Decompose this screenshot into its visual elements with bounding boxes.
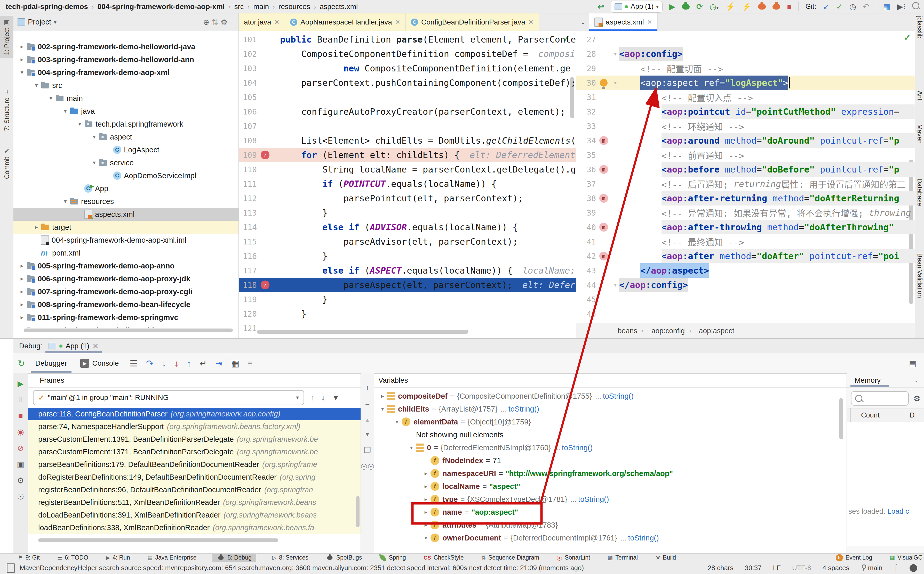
tree-expand-icon[interactable]: ▾ (32, 82, 41, 89)
tree-expand-icon[interactable]: ▾ (378, 406, 387, 412)
advice-marker-icon[interactable]: m (599, 165, 608, 174)
memory-load-classes-link[interactable]: Load c (888, 507, 909, 515)
sidebar-item-maven[interactable]: Maven (915, 124, 924, 144)
toolwindow-button-checkstyle[interactable]: CSCheckStyle (422, 554, 465, 561)
variable-row[interactable]: ▸fnamespaceURI="http://www.springframewo… (374, 467, 846, 480)
stack-frame[interactable]: doLoadBeanDefinitions:391, XmlBeanDefini… (28, 509, 361, 521)
next-frame-icon[interactable]: ↓ (321, 393, 325, 402)
status-caret-position[interactable]: 30:37 (745, 564, 762, 572)
toolwindow-button-visualgc[interactable]: ▦VisualGC (888, 554, 924, 561)
tree-item[interactable]: mpom.xml (13, 246, 239, 259)
status-encoding[interactable]: UTF-8 (792, 564, 811, 572)
status-line-ending[interactable]: LF (773, 564, 781, 572)
code-line-40[interactable]: 40m <aop:after-throwing method="doAfterT… (576, 220, 915, 234)
stack-frame[interactable]: registerBeanDefinitions:96, DefaultBeanD… (28, 484, 361, 496)
gear-icon[interactable]: ⚙ (17, 476, 24, 485)
stack-frame[interactable]: registerBeanDefinitions:511, XmlBeanDefi… (28, 496, 361, 509)
tree-item[interactable]: ▸002-spring-framework-demo-helloworld-ja… (13, 40, 239, 53)
code-line-113[interactable]: 113 } (239, 205, 576, 220)
code-line-116[interactable]: 116 } (239, 249, 576, 263)
breakpoint-icon[interactable]: ✓ (261, 281, 269, 289)
tree-item[interactable]: 004-spring-framework-demo-aop-xml.iml (13, 233, 239, 246)
tree-expand-icon[interactable]: ▸ (421, 509, 430, 515)
variable-row[interactable]: ▸ftype={XSComplexTypeDecl@1781}...toStri… (374, 493, 846, 506)
tree-expand-icon[interactable]: ▸ (17, 56, 26, 63)
toolwindow-button-spotbugs[interactable]: SpotBugs (324, 554, 364, 561)
code-line-43[interactable]: 43 </aop:aspect> (576, 263, 915, 278)
variable-row[interactable]: ▸fattributes={AttributeMap@1783} (374, 519, 846, 531)
tree-item[interactable]: ▾service (13, 156, 239, 169)
tab-console[interactable]: ▶ Console (74, 353, 125, 374)
rerun-debug-icon[interactable] (772, 4, 780, 9)
ide-helper-icon[interactable] (910, 564, 917, 572)
tree-expand-icon[interactable]: ▾ (90, 134, 99, 140)
advice-marker-icon[interactable]: m (599, 252, 608, 260)
locate-file-icon[interactable]: ⊕ (203, 18, 209, 27)
tree-expand-icon[interactable]: ▸ (421, 470, 430, 476)
advice-marker-icon[interactable]: m (599, 136, 608, 145)
tostring-link[interactable]: toString() (508, 405, 539, 413)
variable-row[interactable]: ▾felementData={Object[10]@1759} (374, 415, 846, 428)
code-line-38[interactable]: 38m <aop:after-returning method="doAfter… (576, 191, 915, 205)
code-line-117[interactable]: 117 else if (ASPECT.equals(localName)) {… (239, 263, 576, 278)
code-line-42[interactable]: 42m <aop:after method="doAfter" pointcut… (576, 249, 915, 263)
tostring-link[interactable]: toString() (578, 495, 609, 504)
stop-button[interactable]: ■ (787, 3, 792, 11)
tree-expand-icon[interactable]: ▾ (90, 159, 99, 166)
editor-tab-ator-java[interactable]: ator.java✕ (239, 13, 285, 31)
tree-item[interactable]: ▾aspect (13, 131, 239, 144)
breakpoint-icon[interactable]: ✓ (261, 151, 269, 159)
xml-breadcrumb-item[interactable]: aop:config (652, 327, 685, 335)
step-over-icon[interactable]: ↷ (146, 358, 153, 369)
git-update-button[interactable]: ↙ (823, 3, 829, 11)
code-line-107[interactable]: 107 (239, 119, 576, 133)
code-line-27[interactable]: 27 (576, 32, 915, 47)
sidebar-item-bean-validation[interactable]: Bean Validation (915, 253, 924, 298)
tree-expand-icon[interactable]: ▸ (17, 301, 26, 308)
tree-item[interactable]: ▾tech.pdai.springframework (13, 118, 239, 131)
thread-dump-icon[interactable]: ▣ (17, 460, 24, 469)
tree-expand-icon[interactable]: ▸ (17, 275, 26, 282)
tree-expand-icon[interactable]: ▸ (17, 288, 26, 295)
tree-item[interactable]: ▾java (13, 105, 239, 118)
code-line-30[interactable]: 30▾ <aop:aspect ref="logAspect"> (576, 76, 915, 90)
code-line-44[interactable]: 44▾</aop:config> (576, 278, 915, 292)
code-line-109[interactable]: 109✓ for (Element elt: childElts) { elt:… (239, 148, 576, 162)
advice-marker-icon[interactable]: m (599, 194, 608, 203)
step-into-icon[interactable]: ↓ (161, 358, 166, 369)
resume-icon[interactable]: ▶ (17, 379, 24, 388)
toolwindow-button-sonarlint[interactable]: ⦿SonarLint (555, 554, 592, 561)
watches-glasses-icon[interactable]: ☉☉ (361, 462, 375, 472)
breadcrumb-item[interactable]: main (253, 3, 269, 11)
close-icon[interactable]: ✕ (92, 342, 98, 350)
close-icon[interactable]: ✕ (274, 19, 280, 26)
xml-breadcrumb-item[interactable]: aop:aspect (699, 327, 734, 335)
sidebar-item-database[interactable]: Database (915, 178, 924, 206)
tree-expand-icon[interactable]: ▾ (407, 445, 416, 451)
toolwindow-button-terminal[interactable]: ▨Terminal (606, 554, 639, 561)
drop-frame-icon[interactable]: ↵ (199, 358, 207, 369)
tree-item[interactable]: ▾004-spring-framework-demo-aop-xml (13, 66, 239, 79)
memory-col-diff[interactable]: D (906, 411, 924, 419)
toolwindow-button-6-todo[interactable]: ☰6: TODO (56, 554, 90, 561)
xml-breadcrumb-item[interactable]: beans (618, 327, 637, 335)
tostring-link[interactable]: toString() (562, 443, 593, 452)
code-line-29[interactable]: 29 <!-- 配置切面 --> (576, 61, 915, 76)
mute-breakpoints-icon[interactable]: ⊘ (17, 443, 24, 453)
tree-item[interactable]: ▾resources (13, 195, 239, 208)
memory-col-count[interactable]: Count (851, 408, 906, 422)
code-line-101[interactable]: 101public BeanDefinition parse(Element e… (239, 32, 576, 47)
toolwindow-button-sequence-diagram[interactable]: ⇅Sequence Diagram (479, 554, 541, 561)
copy-icon[interactable]: ❐ (364, 446, 371, 455)
pin-icon[interactable]: ☉ (17, 492, 24, 501)
tree-expand-icon[interactable]: ▸ (32, 224, 41, 230)
tree-expand-icon[interactable]: ▾ (392, 419, 402, 425)
tree-item[interactable]: CAopDemoServiceImpl (13, 169, 239, 182)
tree-item[interactable]: CLogAspect (13, 144, 239, 156)
toolwindow-button-8-services[interactable]: ▷8: Services (271, 554, 310, 561)
coverage-button[interactable]: ⟳ (696, 3, 703, 11)
tree-expand-icon[interactable]: ▸ (17, 314, 26, 321)
tree-item[interactable]: ▸011-spring-framework-demo-springmvc (13, 311, 239, 324)
code-line-34[interactable]: 34m <aop:around method="doAround" pointc… (576, 133, 915, 148)
chevron-down-icon[interactable]: ⌄ (580, 18, 585, 26)
